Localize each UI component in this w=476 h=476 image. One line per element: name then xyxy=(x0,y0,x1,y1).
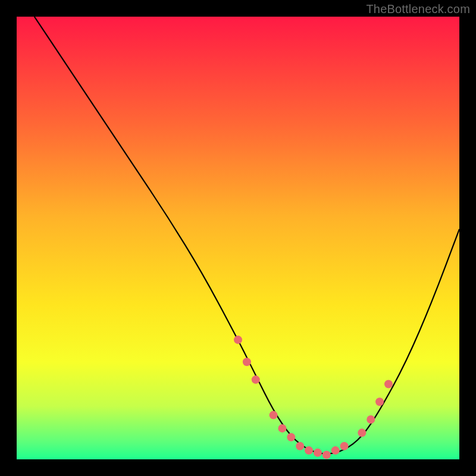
marker-dot xyxy=(367,415,375,424)
marker-dot xyxy=(340,442,349,450)
marker-dot xyxy=(375,397,384,406)
marker-dot xyxy=(314,449,322,457)
marker-dot xyxy=(270,411,278,419)
marker-dot xyxy=(234,336,242,344)
marker-dot xyxy=(305,446,313,455)
marker-dot xyxy=(358,428,366,437)
chart-plot-area xyxy=(17,17,459,459)
marker-dot xyxy=(287,433,295,441)
marker-dot xyxy=(296,442,304,450)
marker-dot xyxy=(278,424,286,433)
watermark-text: TheBottleneck.com xyxy=(366,2,470,16)
marker-dots xyxy=(234,336,393,459)
marker-dot xyxy=(252,375,260,384)
marker-dot xyxy=(322,451,331,459)
marker-dot xyxy=(384,380,393,389)
curve-line xyxy=(35,17,459,454)
marker-dot xyxy=(243,358,251,366)
chart-svg xyxy=(17,17,459,459)
marker-dot xyxy=(331,446,340,455)
